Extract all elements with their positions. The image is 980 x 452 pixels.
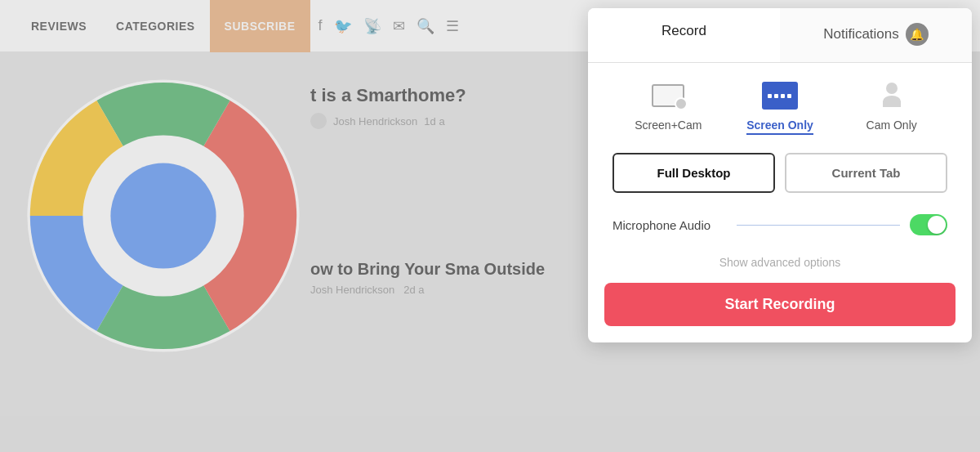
tab-record[interactable]: Record xyxy=(588,8,780,62)
mode-screen-cam-label: Screen+Cam xyxy=(635,119,702,132)
mic-toggle[interactable] xyxy=(910,214,947,235)
start-recording-button[interactable]: Start Recording xyxy=(604,283,956,326)
popup-panel: Record Notifications 🔔 Screen+Cam xyxy=(588,8,972,342)
selection-row: Full Desktop Current Tab xyxy=(588,143,972,203)
bell-icon: 🔔 xyxy=(906,23,929,46)
mode-cam-only-label: Cam Only xyxy=(866,119,917,132)
person-body xyxy=(883,96,901,107)
cam-only-icon-wrap xyxy=(871,79,913,112)
mode-row: Screen+Cam Screen Only Cam xyxy=(588,63,972,143)
full-desktop-button[interactable]: Full Desktop xyxy=(612,153,775,193)
cam-circle xyxy=(675,97,688,110)
dot-3 xyxy=(781,94,785,98)
current-tab-button[interactable]: Current Tab xyxy=(785,153,947,193)
screen-cam-icon xyxy=(652,84,684,107)
dot-2 xyxy=(774,94,778,98)
mic-label: Microphone Audio xyxy=(612,218,727,232)
dot-1 xyxy=(768,94,772,98)
mode-screen-only[interactable]: Screen Only xyxy=(739,79,821,135)
mode-screen-only-label: Screen Only xyxy=(746,119,813,135)
mode-cam-only[interactable]: Cam Only xyxy=(851,79,933,132)
person-head xyxy=(886,83,898,94)
tab-notifications[interactable]: Notifications 🔔 xyxy=(780,8,972,62)
advanced-row: Show advanced options xyxy=(588,247,972,283)
screen-only-icon-wrap xyxy=(759,79,801,112)
panel-tabs: Record Notifications 🔔 xyxy=(588,8,972,63)
screen-cam-icon-wrap xyxy=(647,79,689,112)
toggle-knob xyxy=(928,216,946,234)
advanced-options-link[interactable]: Show advanced options xyxy=(719,256,841,269)
screen-only-icon xyxy=(762,82,798,110)
mode-screen-cam[interactable]: Screen+Cam xyxy=(627,79,709,132)
dot-4 xyxy=(787,94,791,98)
cam-only-icon xyxy=(881,83,902,109)
mic-line xyxy=(737,225,900,226)
mic-row: Microphone Audio xyxy=(588,203,972,247)
tab-notifications-label: Notifications xyxy=(823,26,899,43)
